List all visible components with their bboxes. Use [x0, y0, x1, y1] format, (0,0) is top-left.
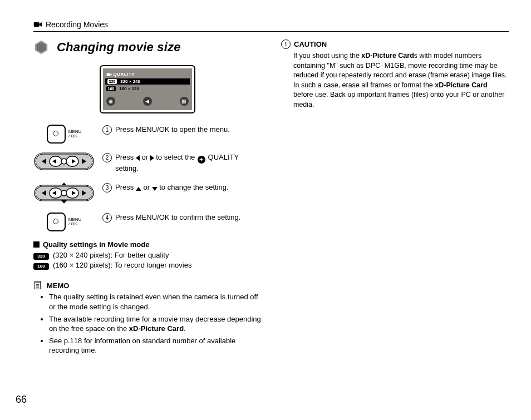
caution-icon: ! [281, 39, 291, 49]
quality-icon: ✦ [198, 156, 205, 164]
memo-list: The quality setting is retained even whe… [49, 292, 261, 355]
memo-heading: MEMO [33, 281, 261, 290]
divider [33, 31, 509, 32]
step-text: Press or to change the setting. [115, 182, 229, 192]
step-number-icon: 1 [102, 125, 112, 135]
lcd-grid-icon: ▦ [180, 97, 189, 106]
subheading: Quality settings in Movie mode [33, 240, 261, 249]
dpad-vertical-illustration [34, 182, 94, 204]
triangle-right-icon [150, 155, 154, 161]
page-number: 66 [16, 394, 27, 406]
movie-icon [106, 72, 112, 77]
resolution-line: 320 (320 × 240 pixels): For better quali… [33, 251, 261, 260]
list-item: The available recording time for a movie… [49, 314, 261, 334]
resolution-badge: 320 [33, 253, 49, 260]
lcd-nav-icon: ◀ [143, 97, 152, 106]
movie-icon [33, 21, 42, 28]
square-bullet-icon [33, 241, 40, 248]
step-number-icon: 3 [102, 183, 112, 192]
list-item: The quality setting is retained even whe… [49, 292, 261, 312]
step-number-icon: 4 [102, 213, 112, 223]
svg-marker-25 [61, 200, 67, 204]
menu-ok-button-illustration: MENU / OK [47, 213, 82, 231]
svg-rect-0 [34, 22, 40, 27]
step-text: Press or to select the ✦ QUALITY setting… [115, 152, 261, 174]
step-text: Press MENU/OK to open the menu. [115, 125, 230, 135]
triangle-left-icon [136, 155, 140, 161]
svg-rect-4 [106, 73, 110, 76]
hexagon-bullet-icon [33, 39, 49, 55]
step-number-icon: 2 [102, 153, 112, 162]
list-item: See p.118 for information on standard nu… [49, 336, 261, 355]
caution-body: If you shoot using the xD-Picture Cards … [293, 51, 509, 110]
breadcrumb: Recording Movies [33, 20, 509, 29]
step-row: MENU / OK 1 Press MENU/OK to open the me… [33, 125, 261, 144]
svg-marker-5 [110, 73, 111, 76]
step-row: 2 Press or to select the ✦ QUALITY setti… [33, 152, 261, 174]
breadcrumb-text: Recording Movies [46, 20, 108, 29]
memo-icon [33, 281, 42, 290]
svg-marker-1 [40, 22, 42, 27]
menu-ok-button-illustration: MENU / OK [47, 125, 82, 144]
lcd-option-selected: 320 320 × 240 [105, 78, 190, 85]
step-row: MENU / OK 4 Press MENU/OK to confirm the… [33, 213, 261, 231]
caution-heading: ! CAUTION [281, 39, 509, 49]
triangle-down-icon [152, 187, 158, 191]
dpad-horizontal-illustration [34, 152, 94, 170]
step-text: Press MENU/OK to confirm the setting. [115, 213, 240, 223]
page-title: Changing movie size [57, 40, 181, 55]
step-row: 3 Press or to change the setting. [33, 182, 261, 204]
triangle-up-icon [136, 187, 141, 191]
camera-lcd-illustration: QUALITY 320 320 × 240 160 160 × 120 ◉ [100, 65, 195, 113]
lcd-header: QUALITY [106, 72, 189, 77]
resolution-badge: 160 [33, 263, 49, 270]
lcd-camera-icon: ◉ [106, 97, 115, 106]
resolution-line: 160 (160 × 120 pixels): To record longer… [33, 261, 261, 270]
lcd-option: 160 160 × 120 [106, 86, 189, 91]
